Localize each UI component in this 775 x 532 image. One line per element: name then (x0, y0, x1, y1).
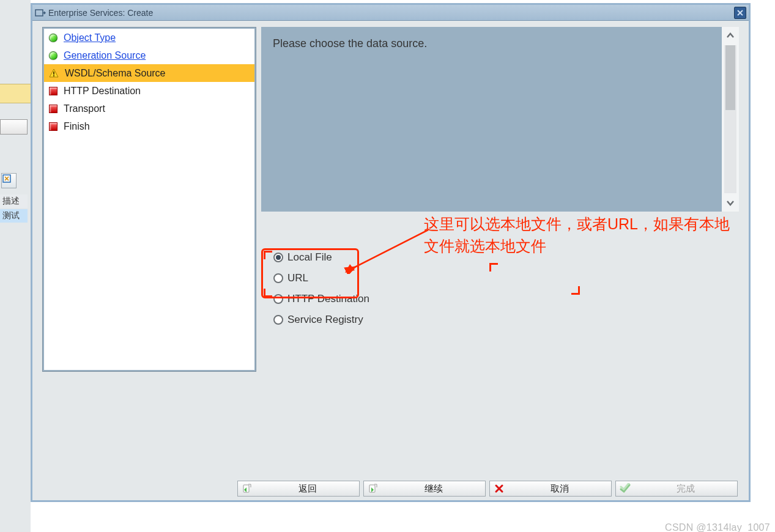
option-row-3[interactable]: Service Registry (267, 309, 722, 330)
wizard-step-0[interactable]: Object Type (44, 29, 254, 46)
step-link[interactable]: Object Type (64, 32, 116, 43)
next-button[interactable]: 继续 (363, 481, 486, 497)
step-done-icon (49, 34, 57, 42)
scroll-up-icon[interactable] (722, 27, 739, 44)
back-button[interactable]: 返回 (237, 481, 360, 497)
wizard-step-5: Finish (44, 117, 254, 135)
radio-button[interactable] (273, 315, 283, 325)
wizard-step-4: Transport (44, 100, 254, 117)
cancel-icon (490, 484, 508, 493)
svg-line-5 (349, 230, 428, 270)
annotation-bracket (489, 263, 498, 272)
option-label: Service Registry (287, 314, 363, 326)
bg-dropdown[interactable] (0, 119, 28, 135)
watermark: CSDN @1314lay_1007 (665, 522, 770, 532)
wizard-steps-panel: Object TypeGeneration SourceWSDL/Schema … (42, 27, 256, 372)
finish-icon (616, 483, 634, 494)
step-pending-icon (49, 105, 57, 113)
annotation-arrow (344, 227, 429, 274)
close-button[interactable] (734, 7, 746, 19)
back-label: 返回 (256, 483, 359, 495)
step-pending-icon (49, 122, 57, 131)
step-label: Transport (64, 103, 105, 114)
step-label: Finish (64, 121, 90, 132)
content-panel: Please choose the data source. Local Fil… (261, 27, 722, 372)
source-options: Local FileURLHTTP DestinationService Reg… (267, 247, 722, 330)
svg-rect-1 (35, 10, 43, 16)
annotation-bracket (571, 286, 580, 295)
option-row-2[interactable]: HTTP Destination (267, 289, 722, 309)
prompt-area: Please choose the data source. (261, 27, 722, 212)
bg-label-desc: 描述 (0, 194, 28, 208)
annotation-bracket (264, 251, 272, 259)
step-label: WSDL/Schema Source (65, 68, 166, 79)
back-icon (238, 483, 256, 494)
next-label: 继续 (382, 483, 485, 495)
bg-tool-button[interactable] (1, 173, 17, 188)
svg-rect-3 (53, 75, 54, 76)
option-label: HTTP Destination (287, 293, 369, 305)
cancel-label: 取消 (508, 483, 611, 495)
scrollbar[interactable] (722, 27, 739, 212)
option-label: Local File (287, 251, 332, 264)
wizard-step-2: WSDL/Schema Source (44, 64, 254, 82)
step-label: HTTP Destination (64, 86, 141, 97)
finish-label: 完成 (634, 483, 737, 495)
annotation-bracket (264, 289, 272, 297)
step-warning-icon (49, 68, 59, 78)
wizard-dialog: Enterprise Services: Create Object TypeG… (31, 3, 751, 502)
radio-button[interactable] (273, 253, 283, 262)
scroll-track[interactable] (724, 45, 736, 193)
prompt-text: Please choose the data source. (273, 37, 427, 50)
option-label: URL (287, 272, 308, 284)
svg-marker-6 (345, 264, 355, 273)
radio-button[interactable] (273, 273, 283, 283)
button-bar: 返回 继续 取消 完成 (32, 477, 749, 500)
scroll-down-icon[interactable] (722, 194, 739, 212)
background-highlight (0, 84, 31, 103)
wizard-step-1[interactable]: Generation Source (44, 46, 254, 64)
window-title: Enterprise Services: Create (47, 8, 734, 18)
annotation-text: 这里可以选本地文件，或者URL，如果有本地文件就选本地文件 (424, 213, 742, 257)
radio-button[interactable] (273, 294, 283, 304)
wizard-step-3: HTTP Destination (44, 82, 254, 100)
bg-label-test: 测试 (0, 209, 28, 223)
background-panel (0, 0, 31, 532)
window-icon (35, 8, 47, 18)
step-pending-icon (49, 87, 57, 95)
step-done-icon (49, 51, 57, 60)
title-bar: Enterprise Services: Create (32, 5, 749, 21)
scroll-thumb[interactable] (725, 45, 735, 110)
svg-rect-2 (53, 72, 54, 75)
finish-button[interactable]: 完成 (615, 481, 738, 497)
step-link[interactable]: Generation Source (64, 50, 146, 61)
next-icon (364, 483, 382, 494)
cancel-button[interactable]: 取消 (489, 481, 612, 497)
